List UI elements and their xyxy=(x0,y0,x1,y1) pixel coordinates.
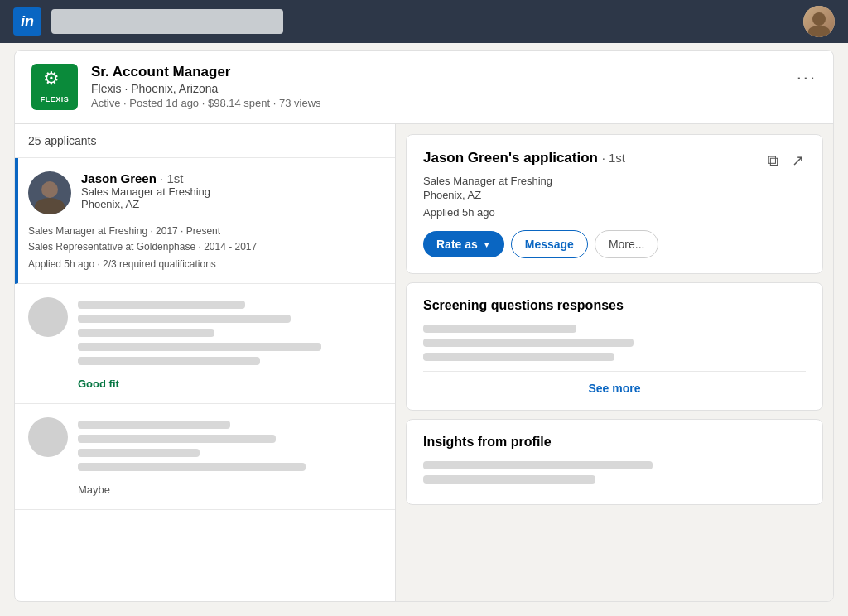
screening-blur-lines xyxy=(423,325,806,361)
job-views: 73 views xyxy=(279,97,321,109)
jason-name: Jason Green · 1st xyxy=(81,171,382,185)
screening-card: Screening questions responses See more xyxy=(406,282,823,411)
blur-line xyxy=(78,421,230,429)
blur-line xyxy=(78,449,200,457)
linkedin-logo: in xyxy=(13,7,41,36)
job-location: Phoenix, Arizona xyxy=(131,82,218,95)
company-logo-text: FLEXIS xyxy=(41,95,70,103)
applicant-item-3[interactable]: Maybe xyxy=(15,404,395,510)
jason-degree: · 1st xyxy=(160,171,183,185)
job-posted: Posted 1d ago xyxy=(129,97,199,109)
company-logo: FLEXIS xyxy=(31,64,78,110)
applicant-top: Jason Green · 1st Sales Manager at Fresh… xyxy=(28,171,382,217)
blur-line xyxy=(78,357,260,365)
insights-blur-lines xyxy=(423,461,806,484)
screening-blur-line xyxy=(423,339,634,347)
job-title: Sr. Account Manager xyxy=(91,64,817,80)
blurred-2-top xyxy=(28,297,382,371)
company-name: Flexis xyxy=(91,82,122,95)
blur-line xyxy=(78,301,245,309)
insights-title: Insights from profile xyxy=(423,435,806,450)
screening-blur-line xyxy=(423,325,576,333)
app-card-subtitle: Sales Manager at Freshing xyxy=(423,175,806,187)
app-card-title: Jason Green's application · 1st xyxy=(423,150,625,166)
app-card-header: Jason Green's application · 1st ⧉ ↗ xyxy=(423,150,806,171)
linkedin-wordmark: in xyxy=(21,13,34,31)
main-container: FLEXIS Sr. Account Manager Flexis · Phoe… xyxy=(14,50,834,602)
search-input[interactable] xyxy=(51,9,283,34)
copy-button[interactable]: ⧉ xyxy=(766,150,780,171)
blur-lines-3 xyxy=(78,417,382,477)
application-card: Jason Green's application · 1st ⧉ ↗ Sale… xyxy=(406,134,823,274)
job-company-location: Flexis · Phoenix, Arizona xyxy=(91,82,817,95)
jason-history-2: Sales Representative at Goldenphase · 20… xyxy=(28,239,382,255)
share-button[interactable]: ↗ xyxy=(790,150,806,171)
screening-blur-line xyxy=(423,353,614,361)
app-title-degree: · 1st xyxy=(602,151,625,165)
message-button[interactable]: Message xyxy=(511,230,588,258)
rate-as-label: Rate as xyxy=(436,238,478,251)
jason-role: Sales Manager at Freshing xyxy=(81,185,382,198)
app-card-location: Phoenix, AZ xyxy=(423,189,806,201)
blur-lines-2 xyxy=(78,297,382,371)
insights-blur-line xyxy=(423,475,595,484)
app-title-text: Jason Green's application xyxy=(423,150,598,166)
app-actions: Rate as ▼ Message More... xyxy=(423,230,806,258)
right-panel: Jason Green's application · 1st ⧉ ↗ Sale… xyxy=(396,124,833,601)
screening-title: Screening questions responses xyxy=(423,298,806,313)
avatar[interactable] xyxy=(803,6,835,37)
avatar-image xyxy=(803,6,835,37)
jason-details: Jason Green · 1st Sales Manager at Fresh… xyxy=(81,171,382,217)
company-logo-icon xyxy=(43,70,66,94)
jason-location: Phoenix, AZ xyxy=(81,198,382,210)
applicant-item-2[interactable]: Good fit xyxy=(15,284,395,404)
app-card-icons: ⧉ ↗ xyxy=(766,150,806,171)
split-layout: 25 applicants Jason Green · 1st Sales Ma… xyxy=(15,124,833,601)
rate-as-button[interactable]: Rate as ▼ xyxy=(423,231,504,257)
job-header: FLEXIS Sr. Account Manager Flexis · Phoe… xyxy=(15,51,833,124)
app-card-applied: Applied 5h ago xyxy=(423,206,806,219)
blur-avatar-2 xyxy=(28,297,68,337)
applicant-item-jason[interactable]: Jason Green · 1st Sales Manager at Fresh… xyxy=(15,158,395,284)
blur-avatar-3 xyxy=(28,417,68,457)
jason-history-1: Sales Manager at Freshing · 2017 · Prese… xyxy=(28,224,382,239)
blur-line xyxy=(78,435,276,443)
jason-avatar xyxy=(28,171,71,214)
navbar: in xyxy=(0,0,848,43)
jason-name-text: Jason Green xyxy=(81,171,157,185)
maybe-label: Maybe xyxy=(78,484,382,496)
good-fit-label: Good fit xyxy=(78,378,382,390)
rate-chevron-icon: ▼ xyxy=(483,240,491,249)
applicant-count: 25 applicants xyxy=(15,124,395,158)
job-meta: Active · Posted 1d ago · $98.14 spent · … xyxy=(91,97,817,109)
more-action-button[interactable]: More... xyxy=(595,230,659,258)
jason-history: Sales Manager at Freshing · 2017 · Prese… xyxy=(28,224,382,255)
blur-line xyxy=(78,463,306,471)
see-more-link[interactable]: See more xyxy=(423,371,806,395)
insights-blur-line xyxy=(423,461,653,469)
blur-line xyxy=(78,315,291,323)
jason-applied: Applied 5h ago · 2/3 required qualificat… xyxy=(28,258,382,270)
job-info: Sr. Account Manager Flexis · Phoenix, Ar… xyxy=(91,64,817,109)
job-more-button[interactable]: ··· xyxy=(797,67,817,89)
job-spent: $98.14 spent xyxy=(208,97,270,109)
blur-line xyxy=(78,329,214,337)
blur-line xyxy=(78,343,321,351)
job-status: Active xyxy=(91,97,120,109)
blurred-3-top xyxy=(28,417,382,477)
applicant-list: 25 applicants Jason Green · 1st Sales Ma… xyxy=(15,124,396,601)
insights-card: Insights from profile xyxy=(406,419,823,505)
